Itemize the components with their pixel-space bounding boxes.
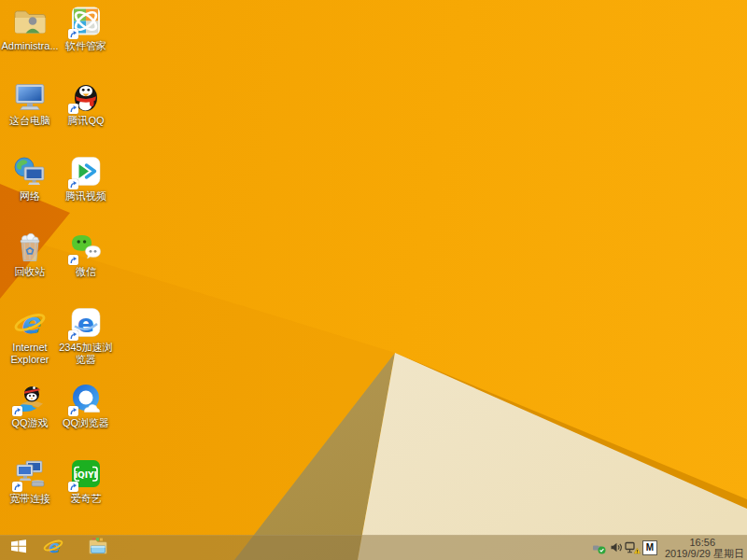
desktop-icon-network[interactable]: 网络: [1, 156, 59, 203]
shortcut-arrow-icon: [12, 482, 22, 492]
input-method-indicator[interactable]: M: [641, 535, 657, 560]
qq-penguin-icon: [68, 80, 104, 114]
desktop-icon-software-manager[interactable]: 软件管家: [57, 6, 115, 52]
desktop-screen: Administra... 软件管家: [0, 0, 747, 560]
icon-label: 微信: [76, 266, 96, 278]
shortcut-arrow-icon: [68, 406, 78, 416]
safely-remove-hardware-icon[interactable]: [590, 535, 607, 560]
icon-label: 爱奇艺: [71, 493, 102, 505]
icon-label: Internet Explorer: [1, 342, 59, 366]
internet-explorer-icon: e: [43, 537, 63, 559]
desktop-icon-2345-browser[interactable]: e 2345加速浏览器: [57, 307, 115, 366]
shortcut-arrow-icon: [68, 104, 78, 114]
tencent-video-icon: [68, 156, 104, 189]
desktop-icon-iqiyi[interactable]: iQIYI 爱奇艺: [57, 458, 115, 505]
icon-label: 宽带连接: [9, 493, 50, 505]
wechat-icon: [68, 231, 104, 265]
desktop-icon-recycle-bin[interactable]: 回收站: [1, 231, 59, 278]
desktop-icon-administrator[interactable]: Administra...: [1, 6, 59, 52]
icon-label: QQ浏览器: [63, 417, 109, 429]
volume-icon[interactable]: [607, 535, 624, 560]
user-folder-icon: [12, 6, 48, 39]
icon-label: 这台电脑: [9, 115, 50, 127]
iqiyi-icon: iQIYI: [68, 458, 104, 492]
icon-label: 2345加速浏览器: [57, 342, 115, 366]
broadband-connection-icon: [12, 458, 48, 492]
desktop-icon-tencent-video[interactable]: 腾讯视频: [57, 156, 115, 203]
recycle-bin-icon: [12, 231, 48, 265]
shortcut-arrow-icon: [68, 482, 78, 492]
icon-label: QQ游戏: [11, 417, 48, 429]
taskbar-clock[interactable]: 16:56 2019/9/29 星期日: [657, 537, 747, 559]
taskbar-file-explorer-button[interactable]: [84, 535, 112, 560]
network-globe-icon: [12, 156, 48, 189]
start-button[interactable]: [4, 535, 34, 560]
shortcut-arrow-icon: [68, 29, 78, 39]
icon-label: 软件管家: [65, 40, 106, 52]
svg-text:iQIYI: iQIYI: [75, 470, 97, 480]
icon-label: 回收站: [15, 266, 46, 278]
desktop-icon-tencent-qq[interactable]: 腾讯QQ: [57, 80, 115, 127]
computer-icon: [12, 80, 48, 114]
file-explorer-icon: [88, 537, 108, 559]
clock-date: 2019/9/29 星期日: [665, 548, 744, 559]
taskbar-internet-explorer-button[interactable]: e: [39, 535, 67, 560]
internet-explorer-icon: e: [12, 307, 48, 341]
network-warning-icon[interactable]: [624, 535, 641, 560]
shortcut-arrow-icon: [68, 255, 78, 265]
desktop-icon-broadband[interactable]: 宽带连接: [1, 458, 59, 505]
icon-label: Administra...: [1, 40, 58, 52]
desktop-icon-internet-explorer[interactable]: e Internet Explorer: [1, 307, 59, 366]
shortcut-arrow-icon: [12, 406, 22, 416]
svg-text:e: e: [78, 309, 94, 338]
desktop-icon-qq-games[interactable]: QQ游戏: [1, 383, 59, 429]
2345-browser-icon: e: [68, 307, 104, 341]
desktop-icon-this-pc[interactable]: 这台电脑: [1, 80, 59, 127]
qq-games-icon: [12, 383, 48, 416]
qq-browser-icon: [68, 383, 104, 416]
shortcut-arrow-icon: [68, 330, 78, 341]
input-method-label: M: [642, 540, 657, 555]
desktop-icon-qq-browser[interactable]: QQ浏览器: [57, 383, 115, 429]
software-manager-icon: [68, 6, 104, 39]
system-tray: M 16:56 2019/9/29 星期日: [590, 535, 747, 560]
icon-label: 腾讯视频: [65, 190, 106, 203]
icon-label: 腾讯QQ: [67, 115, 104, 127]
clock-time: 16:56: [689, 537, 715, 548]
taskbar: e: [0, 535, 747, 560]
icon-label: 网络: [20, 190, 40, 203]
windows-logo-icon: [9, 538, 28, 558]
shortcut-arrow-icon: [68, 179, 78, 189]
desktop-icon-wechat[interactable]: 微信: [57, 231, 115, 278]
